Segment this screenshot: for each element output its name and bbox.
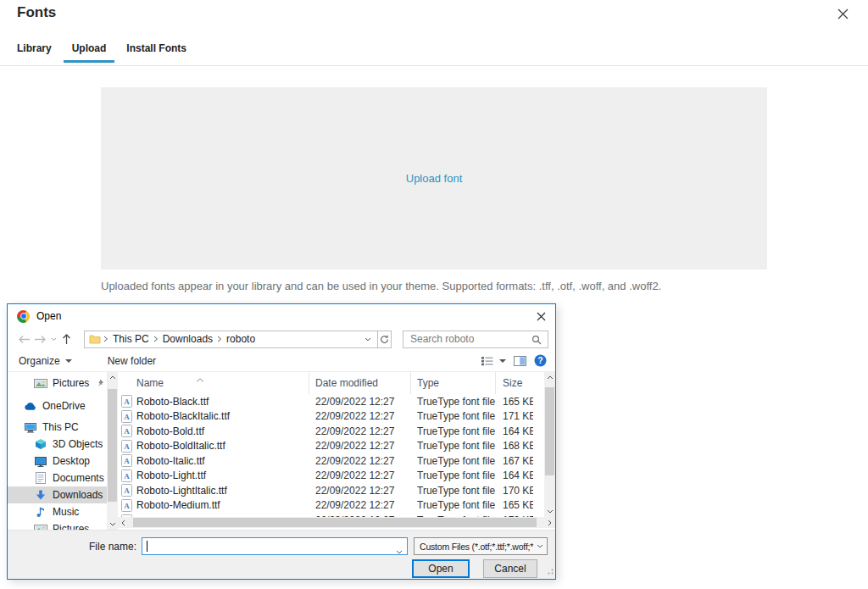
- upload-font-link[interactable]: Upload font: [406, 172, 463, 185]
- file-list-header: Name Date modified Type Size: [118, 372, 544, 394]
- file-name-label: File name:: [58, 541, 136, 553]
- scroll-up-icon[interactable]: [544, 372, 555, 383]
- preview-pane-icon[interactable]: [514, 356, 526, 366]
- svg-text:A: A: [124, 472, 130, 481]
- dialog-close-icon[interactable]: [526, 304, 555, 328]
- scroll-up-icon[interactable]: [107, 372, 118, 383]
- views-chevron-icon[interactable]: [499, 359, 506, 363]
- breadcrumb-this-pc[interactable]: This PC: [111, 333, 151, 345]
- file-row[interactable]: A Roboto-Italic.ttf 22/09/2022 12:27 Tru…: [118, 453, 544, 469]
- breadcrumb-roboto[interactable]: roboto: [225, 333, 257, 345]
- views-icon[interactable]: [481, 356, 493, 366]
- organize-button[interactable]: Organize: [19, 355, 72, 367]
- tab-upload[interactable]: Upload: [64, 42, 115, 63]
- scrollbar-thumb[interactable]: [545, 387, 554, 475]
- file-row[interactable]: A Roboto-Light.ttf 22/09/2022 12:27 True…: [118, 469, 544, 484]
- resize-grip[interactable]: [548, 565, 554, 577]
- address-bar[interactable]: This PC Downloads roboto: [84, 331, 378, 348]
- truetype-file-icon: A: [121, 425, 132, 437]
- scroll-left-icon[interactable]: [118, 517, 129, 528]
- tab-install-fonts[interactable]: Install Fonts: [118, 42, 195, 63]
- sidebar-item-pictures[interactable]: Pictures: [8, 520, 107, 530]
- truetype-file-icon: A: [121, 440, 132, 453]
- file-row[interactable]: A Roboto-BlackItalic.ttf 22/09/2022 12:2…: [118, 409, 544, 425]
- scroll-down-icon[interactable]: [544, 506, 555, 517]
- sort-ascending-icon: [196, 373, 204, 385]
- up-icon[interactable]: [58, 331, 74, 347]
- breadcrumb-downloads[interactable]: Downloads: [161, 333, 214, 345]
- downloads-icon: [34, 490, 47, 501]
- file-row[interactable]: A Roboto-Bold.ttf 22/09/2022 12:27 TrueT…: [118, 424, 544, 439]
- scroll-right-icon[interactable]: [544, 517, 555, 528]
- pictures-icon: [34, 378, 47, 389]
- tab-bar: Library Upload Install Fonts: [8, 42, 198, 63]
- file-row[interactable]: A Roboto-Black.ttf 22/09/2022 12:27 True…: [118, 394, 544, 409]
- open-file-dialog: Open This PC Downloads roboto: [7, 303, 556, 580]
- new-folder-button[interactable]: New folder: [108, 355, 156, 367]
- file-name-chevron-icon[interactable]: [396, 545, 403, 557]
- file-row[interactable]: A Roboto-Medium.ttf 22/09/2022 12:27 Tru…: [118, 498, 544, 514]
- sidebar-item-music[interactable]: Music: [8, 503, 107, 520]
- address-dropdown-chevron-icon[interactable]: [362, 337, 374, 342]
- close-icon[interactable]: [834, 5, 851, 22]
- truetype-file-icon: A: [121, 410, 132, 423]
- dialog-footer: File name: Custom Files (*.otf;*.ttf;*.w…: [8, 530, 555, 579]
- dialog-navbar: This PC Downloads roboto: [8, 328, 555, 350]
- scroll-down-icon[interactable]: [107, 519, 118, 530]
- sidebar-item-3d-objects[interactable]: 3D Objects: [8, 436, 107, 453]
- objects3d-icon: [34, 438, 47, 450]
- search-box[interactable]: [403, 331, 548, 348]
- refresh-icon[interactable]: [378, 331, 392, 348]
- sidebar-item-documents[interactable]: Documents: [8, 470, 107, 486]
- search-input[interactable]: [403, 331, 548, 347]
- sidebar-scrollbar[interactable]: [107, 372, 118, 530]
- sidebar-item-downloads[interactable]: Downloads: [8, 486, 107, 503]
- page-title: Fonts: [17, 4, 56, 21]
- help-icon[interactable]: ?: [534, 354, 547, 367]
- scrollbar-thumb[interactable]: [108, 389, 117, 502]
- file-rows: A Roboto-Black.ttf 22/09/2022 12:27 True…: [118, 394, 544, 517]
- dialog-content: Pictures OneDrive This PC 3D Objects: [8, 372, 555, 530]
- sidebar-item-onedrive[interactable]: OneDrive: [8, 397, 107, 414]
- file-row[interactable]: A Roboto-LightItalic.ttf 22/09/2022 12:2…: [118, 483, 544, 498]
- file-type-chevron-icon: [537, 544, 543, 548]
- column-header-name[interactable]: Name: [118, 372, 309, 394]
- svg-text:A: A: [124, 457, 130, 465]
- dialog-title: Open: [36, 310, 61, 322]
- onedrive-icon: [24, 402, 37, 411]
- tabs-divider: [0, 65, 868, 66]
- open-button[interactable]: Open: [412, 559, 470, 578]
- file-name-input[interactable]: [142, 538, 407, 554]
- chrome-icon: [17, 310, 30, 323]
- file-name-field[interactable]: [142, 537, 408, 555]
- sidebar-item-pictures[interactable]: Pictures: [8, 375, 107, 392]
- file-type-select[interactable]: Custom Files (*.otf;*.ttf;*.woff;*: [414, 537, 548, 555]
- upload-dropzone[interactable]: Upload font: [101, 87, 767, 269]
- svg-text:A: A: [124, 413, 130, 421]
- upload-caption: Uploaded fonts appear in your library an…: [101, 280, 661, 292]
- scrollbar-thumb[interactable]: [133, 518, 537, 527]
- list-horizontal-scrollbar[interactable]: [118, 517, 555, 528]
- search-icon: [531, 335, 542, 347]
- breadcrumb-separator-icon: [151, 336, 161, 342]
- list-vertical-scrollbar[interactable]: [544, 372, 555, 517]
- truetype-file-icon: A: [121, 454, 132, 467]
- back-icon[interactable]: [16, 331, 31, 347]
- forward-icon[interactable]: [31, 331, 48, 347]
- thispc-icon: [24, 422, 37, 433]
- sidebar-item-this-pc[interactable]: This PC: [8, 419, 107, 436]
- sidebar-item-desktop[interactable]: Desktop: [8, 453, 107, 470]
- column-header-date-modified[interactable]: Date modified: [309, 372, 411, 394]
- recent-locations-chevron-icon[interactable]: [48, 331, 58, 347]
- cancel-button[interactable]: Cancel: [483, 559, 537, 578]
- column-header-size[interactable]: Size: [496, 372, 544, 394]
- text-caret: [147, 541, 147, 552]
- column-header-type[interactable]: Type: [411, 372, 496, 394]
- truetype-file-icon: A: [121, 470, 132, 482]
- chevron-down-icon: [65, 359, 72, 363]
- dialog-toolbar: Organize New folder ?: [8, 350, 555, 372]
- music-icon: [34, 506, 47, 518]
- file-row[interactable]: A Roboto-BoldItalic.ttf 22/09/2022 12:27…: [118, 439, 544, 454]
- svg-text:?: ?: [537, 356, 542, 365]
- tab-library[interactable]: Library: [8, 42, 60, 63]
